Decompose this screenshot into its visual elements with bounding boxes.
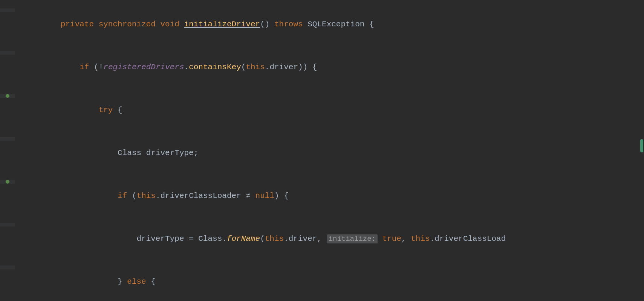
line-2: if (!registeredDrivers.containsKey(this.… [0,46,644,89]
keyword-void: void [161,20,179,29]
method-initializeDriver: initializeDriver [184,20,260,29]
gutter-1 [0,8,15,12]
keyword-else: else [127,277,146,286]
gutter-dot-6 [6,223,9,227]
class-class: Class [118,149,141,157]
gutter-2 [0,51,15,55]
keyword-synchronized: synchronized [99,20,156,29]
line-content-3: try { [15,89,644,132]
gutter-7 [0,266,15,269]
code-editor: private synchronized void initializeDriv… [0,0,644,301]
class-sqlexception: SQLException [307,20,364,29]
keyword-throws: throws [274,20,303,29]
gutter-3 [0,94,15,98]
keyword-null: null [255,192,274,200]
scrollbar-thumb[interactable] [640,139,643,152]
line-content-4: Class driverType; [15,132,644,175]
method-containsKey: containsKey [189,63,241,71]
line-content-2: if (!registeredDrivers.containsKey(this.… [15,46,644,89]
gutter-5 [0,180,15,184]
gutter-dot-1 [6,8,9,12]
line-7: } else { [0,260,644,301]
line-1: private synchronized void initializeDriv… [0,3,644,46]
gutter-4 [0,137,15,141]
gutter-dot-4 [6,137,9,141]
line-content-1: private synchronized void initializeDriv… [15,3,644,46]
line-4: Class driverType; [0,132,644,175]
line-content-7: } else { [15,260,644,301]
code-lines: private synchronized void initializeDriv… [0,0,644,301]
line-5: if (this.driverClassLoader ≠ null) { [0,175,644,217]
this-keyword: this [246,63,265,71]
gutter-6 [0,223,15,227]
line-content-6: driverType = Class.forName(this.driver, … [15,217,644,260]
gutter-dot-2 [6,51,9,55]
this-keyword2: this [137,192,156,200]
keyword-private: private [61,20,94,29]
keyword-true: true [382,234,401,243]
field-registeredDrivers: registeredDrivers [103,63,184,71]
keyword-if2: if [118,192,127,200]
gutter-dot-3 [6,94,9,98]
this-keyword4: this [411,234,430,243]
method-forName: forName [227,234,260,243]
keyword-if: if [80,63,89,71]
neq-symbol: ≠ [246,192,251,200]
line-3: try { [0,89,644,132]
this-keyword3: this [265,234,284,243]
line-content-5: if (this.driverClassLoader ≠ null) { [15,175,644,217]
line-6: driverType = Class.forName(this.driver, … [0,217,644,260]
keyword-try: try [99,106,113,114]
gutter-dot-7 [6,266,9,269]
gutter-dot-5 [6,180,9,184]
param-hint-initialize: initialize: [327,234,378,243]
